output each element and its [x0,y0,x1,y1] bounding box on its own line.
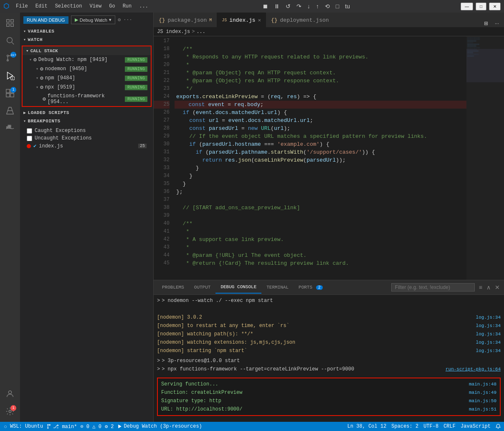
console-ref-link[interactable]: log.js:34 [476,340,501,345]
console-ref[interactable]: main.js:49 [462,389,496,396]
breakpoints-header[interactable]: ▾ BREAKPOINTS [20,117,153,125]
menu-file[interactable]: File [13,3,31,10]
console-ref[interactable]: log.js:34 [469,347,501,355]
status-position[interactable]: Ln 38, Col 12 [347,423,387,429]
status-debug[interactable]: Debug Watch (3p-resources) [117,423,202,429]
menu-go[interactable]: Go [106,3,118,10]
console-ref-link[interactable]: main.js:51 [469,407,496,412]
status-wsl[interactable]: ⬡ WSL: Ubuntu [3,423,43,429]
activity-testing[interactable] [3,104,17,118]
status-eol[interactable]: CRLF [443,423,456,429]
status-spaces[interactable]: Spaces: 2 [391,423,418,429]
breadcrumb-symbol[interactable]: ... [196,29,205,35]
console-ref-link[interactable]: log.js:34 [476,315,501,320]
activity-settings[interactable]: 1 [3,404,17,418]
tab-package-json[interactable]: {} package.json M [154,13,217,27]
variables-header[interactable]: ▾ VARIABLES [20,27,153,35]
debug-step-into-btn[interactable]: ↓ [306,2,312,10]
panel-up-icon[interactable]: ∧ [486,283,491,292]
status-language[interactable]: JavaScript [461,423,491,429]
call-stack-item[interactable]: ▾ ⚙ nodemon [9450] RUNNING [23,64,151,74]
debug-step-over-btn[interactable]: ↷ [295,2,303,10]
title-bar-right: — □ ✕ [461,3,501,10]
debug-pause-btn[interactable]: ⏸ [272,2,281,10]
menu-view[interactable]: View [86,3,105,10]
console-ref-link[interactable]: run-script-pkg.js:64 [446,367,501,372]
debug-watch-label: Debug Watch [80,18,107,23]
status-sync[interactable]: ⚙ 2 [105,423,114,430]
minimize-button[interactable]: — [461,3,473,10]
breakpoint-caught-exceptions[interactable]: Caught Exceptions [20,127,153,134]
console-ref[interactable]: log.js:34 [469,339,501,346]
more-actions-button[interactable]: ··· [493,20,501,27]
settings-icon[interactable]: ⚙ [118,17,121,23]
status-encoding[interactable]: UTF-8 [423,423,438,429]
tab-index-js[interactable]: JS index.js ✕ [217,13,266,27]
panel-list-icon[interactable]: ≡ [478,283,483,292]
activity-extensions[interactable]: 1 [3,86,17,100]
console-ref-link[interactable]: log.js:34 [476,348,501,353]
debug-layout-btn[interactable]: □ [334,2,341,10]
code-line: // [START add_ons_case_preview_link] [175,204,466,212]
debug-step-out-btn[interactable]: ↑ [314,2,321,10]
call-stack-item[interactable]: ▾ ⚙ npx [9519] RUNNING [23,83,151,92]
close-button[interactable]: ✕ [489,3,501,10]
maximize-button[interactable]: □ [476,3,486,10]
split-editor-button[interactable]: ⊞ [482,20,490,27]
debug-continue-btn[interactable]: ⟲ [323,2,332,10]
tab-ports[interactable]: PORTS 2 [294,281,328,293]
status-branch[interactable]: ⎇ main* [46,423,77,430]
tab-debug-console[interactable]: DEBUG CONSOLE [215,281,261,294]
status-notifications[interactable] [496,423,501,429]
debug-restart-btn[interactable]: ↺ [284,2,292,10]
console-ref[interactable]: log.js:34 [469,330,501,338]
console-ref-link[interactable]: log.js:34 [476,323,501,328]
console-ref[interactable]: main.js:51 [462,406,496,413]
run-debug-button[interactable]: RUN AND DEBUG [23,16,68,24]
breakpoint-index-js[interactable]: ✔ index.js 25 [20,142,153,150]
debug-profile-btn[interactable]: tu [343,2,352,10]
debug-watch-button[interactable]: ▶ Debug Watch ▾ [71,15,115,24]
watch-header[interactable]: ▾ WATCH [20,35,153,44]
console-ref-link[interactable]: main.js:49 [469,390,496,395]
tab-output[interactable]: OUTPUT [189,281,216,293]
activity-explorer[interactable] [3,16,17,30]
breadcrumb-file[interactable]: JS index.js [157,29,190,35]
activity-docker[interactable] [3,121,17,135]
console-ref[interactable]: log.js:34 [469,314,501,321]
console-ref-link[interactable]: main.js:48 [469,382,496,387]
debug-stop-btn[interactable]: ⏹ [261,2,270,10]
console-ref[interactable]: run-script-pkg.js:64 [439,365,501,373]
console-ref[interactable]: main.js:50 [462,397,496,405]
tab-problems[interactable]: PROBLEMS [157,281,189,293]
caught-exceptions-checkbox[interactable] [27,128,32,134]
console-ref-link[interactable]: log.js:34 [476,332,501,337]
status-errors[interactable]: ⊙ 0 △ 0 [80,423,101,430]
breakpoint-uncaught-exceptions[interactable]: Uncaught Exceptions [20,134,153,142]
tab-deployment-json[interactable]: {} deployment.json [266,13,334,27]
call-stack-header[interactable]: ▾ CALL STACK [23,46,151,55]
menu-more[interactable]: ... [136,3,152,10]
activity-run-debug[interactable] [3,68,17,83]
call-stack-item[interactable]: ⚙ functions-framework [954... RUNNING [23,92,151,106]
call-stack-item[interactable]: ▾ ⚙ npm [9484] RUNNING [23,74,151,83]
menu-selection[interactable]: Selection [52,3,86,10]
code-line: * @param {Object} res An HTTP response c… [175,77,466,85]
tab-close-icon[interactable]: ✕ [258,17,261,23]
panel-close-icon[interactable]: ✕ [494,283,501,292]
console-ref[interactable]: main.js:48 [462,380,496,388]
more-icon[interactable]: ··· [123,17,132,23]
console-ref-link[interactable]: main.js:50 [469,398,496,403]
console-ref[interactable]: log.js:34 [469,322,501,330]
svg-point-23 [9,410,11,413]
menu-edit[interactable]: Edit [32,3,51,10]
loaded-scripts-header[interactable]: ▶ LOADED SCRIPTS [20,109,153,117]
activity-account[interactable] [3,387,17,401]
activity-search[interactable] [3,33,17,48]
call-stack-item[interactable]: ▾ ⚙ Debug Watch: npm [9419] RUNNING [23,55,151,64]
uncaught-exceptions-checkbox[interactable] [27,136,32,141]
menu-run[interactable]: Run [119,3,135,10]
tab-terminal[interactable]: TERMINAL [261,281,294,293]
activity-source-control[interactable]: 1k+ [3,51,17,65]
filter-input[interactable] [391,283,475,292]
